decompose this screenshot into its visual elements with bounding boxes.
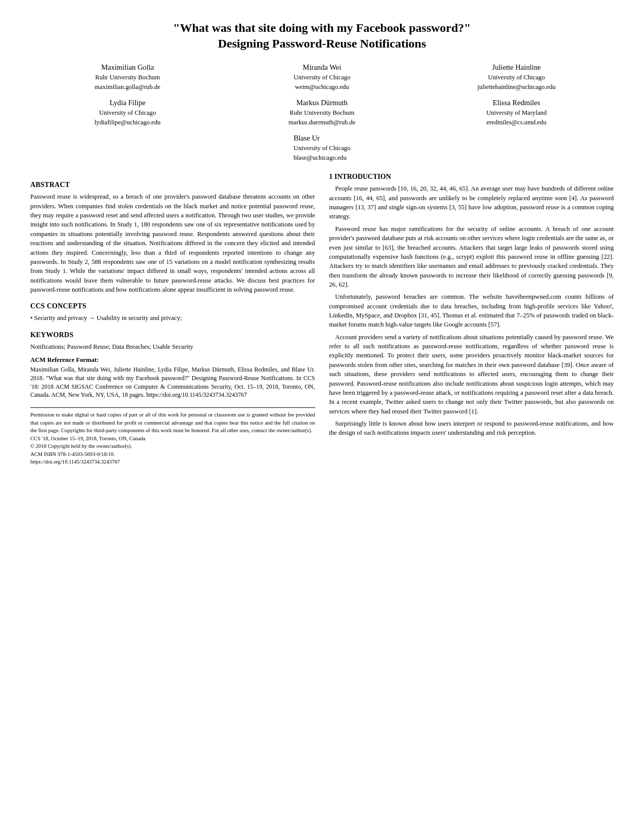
authors-row-3: Blase Ur University of Chicago blase@uch… xyxy=(30,132,614,163)
acm-ref-heading: ACM Reference Format: xyxy=(30,356,315,364)
ccs-heading: CCS CONCEPTS xyxy=(30,302,315,310)
authors-row-1: Maximilian Golla Ruhr University Bochum … xyxy=(30,62,614,92)
intro-para-2: Password reuse has major ramifications f… xyxy=(329,224,614,290)
intro-para-4: Account providers send a variety of noti… xyxy=(329,333,614,416)
author-filipe: Lydia Filipe University of Chicago lydia… xyxy=(30,97,225,127)
author-golla: Maximilian Golla Ruhr University Bochum … xyxy=(30,62,225,92)
abstract-heading: ABSTRACT xyxy=(30,181,315,189)
author-hainline: Juliette Hainline University of Chicago … xyxy=(419,62,614,92)
main-title: "What was that site doing with my Facebo… xyxy=(30,20,614,52)
right-column: 1 INTRODUCTION People reuse passwords [1… xyxy=(329,173,614,469)
author-durmuth: Markus Dürmuth Ruhr University Bochum ma… xyxy=(225,97,419,127)
page-container: "What was that site doing with my Facebo… xyxy=(30,20,614,469)
footnote: Permission to make digital or hard copie… xyxy=(30,407,315,466)
keywords-heading: KEYWORDS xyxy=(30,331,315,339)
author-redmiles: Elissa Redmiles University of Maryland e… xyxy=(419,97,614,127)
title-section: "What was that site doing with my Facebo… xyxy=(30,20,614,52)
ccs-text: • Security and privacy → Usability in se… xyxy=(30,313,315,322)
two-column-body: ABSTRACT Password reuse is widespread, s… xyxy=(30,173,614,469)
author-wei: Miranda Wei University of Chicago weim@u… xyxy=(225,62,419,92)
abstract-text: Password reuse is widespread, so a breac… xyxy=(30,192,315,294)
author-ur: Blase Ur University of Chicago blase@uch… xyxy=(293,132,350,163)
authors-row-2: Lydia Filipe University of Chicago lydia… xyxy=(30,97,614,127)
footnote-text: Permission to make digital or hard copie… xyxy=(30,411,315,466)
intro-para-1: People reuse passwords [10, 16, 20, 32, … xyxy=(329,184,614,221)
intro-para-3: Unfortunately, password breaches are com… xyxy=(329,292,614,329)
intro-para-5: Surprisingly little is known about how u… xyxy=(329,419,614,438)
acm-ref-text: Maximilian Golla, Miranda Wei, Juliette … xyxy=(30,365,315,399)
keywords-text: Notifications; Password Reuse; Data Brea… xyxy=(30,342,315,351)
intro-heading: 1 INTRODUCTION xyxy=(329,173,614,181)
left-column: ABSTRACT Password reuse is widespread, s… xyxy=(30,173,315,469)
